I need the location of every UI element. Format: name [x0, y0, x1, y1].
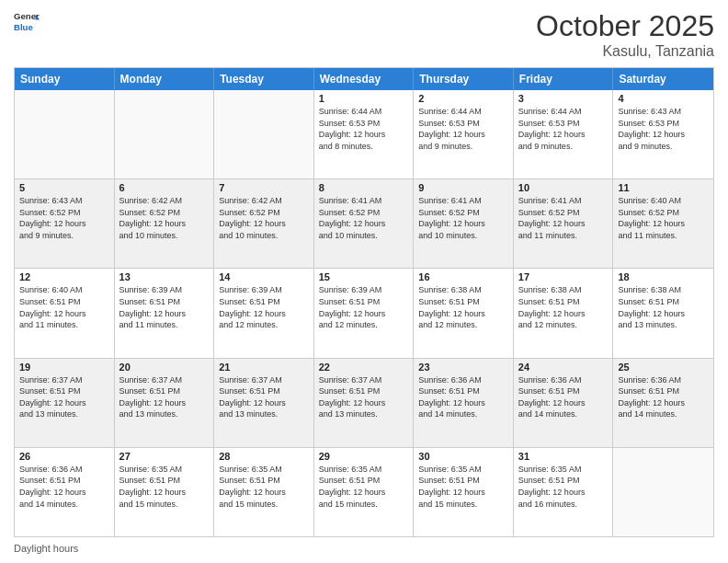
calendar-cell: 17Sunrise: 6:38 AM Sunset: 6:51 PM Dayli… — [514, 269, 614, 357]
calendar-cell: 18Sunrise: 6:38 AM Sunset: 6:51 PM Dayli… — [613, 269, 713, 357]
day-of-week-header: Monday — [115, 68, 215, 90]
calendar-cell: 16Sunrise: 6:38 AM Sunset: 6:51 PM Dayli… — [414, 269, 514, 357]
calendar-cell: 28Sunrise: 6:35 AM Sunset: 6:51 PM Dayli… — [214, 448, 314, 536]
calendar-cell-empty — [613, 448, 713, 536]
calendar-cell: 3Sunrise: 6:44 AM Sunset: 6:53 PM Daylig… — [514, 90, 614, 178]
day-info: Sunrise: 6:38 AM Sunset: 6:51 PM Dayligh… — [518, 284, 609, 330]
calendar-cell: 20Sunrise: 6:37 AM Sunset: 6:51 PM Dayli… — [115, 359, 215, 447]
calendar-cell: 30Sunrise: 6:35 AM Sunset: 6:51 PM Dayli… — [414, 448, 514, 536]
day-info: Sunrise: 6:36 AM Sunset: 6:51 PM Dayligh… — [618, 374, 709, 420]
day-info: Sunrise: 6:36 AM Sunset: 6:51 PM Dayligh… — [19, 464, 109, 510]
day-info: Sunrise: 6:37 AM Sunset: 6:51 PM Dayligh… — [119, 374, 210, 420]
logo: GeneralBlue — [14, 9, 40, 35]
day-info: Sunrise: 6:39 AM Sunset: 6:51 PM Dayligh… — [319, 284, 409, 330]
calendar-cell-empty — [15, 90, 115, 178]
day-number: 14 — [219, 271, 309, 282]
day-info: Sunrise: 6:38 AM Sunset: 6:51 PM Dayligh… — [418, 284, 508, 330]
calendar-cell: 22Sunrise: 6:37 AM Sunset: 6:51 PM Dayli… — [314, 359, 415, 447]
day-number: 15 — [319, 271, 409, 282]
day-info: Sunrise: 6:44 AM Sunset: 6:53 PM Dayligh… — [418, 106, 508, 152]
day-number: 18 — [618, 271, 709, 282]
day-number: 17 — [518, 271, 609, 282]
day-info: Sunrise: 6:37 AM Sunset: 6:51 PM Dayligh… — [219, 374, 309, 420]
day-info: Sunrise: 6:39 AM Sunset: 6:51 PM Dayligh… — [119, 284, 210, 330]
calendar-week-row: 1Sunrise: 6:44 AM Sunset: 6:53 PM Daylig… — [15, 90, 713, 178]
calendar: SundayMondayTuesdayWednesdayThursdayFrid… — [14, 67, 714, 537]
header: GeneralBlue October 2025 Kasulu, Tanzani… — [14, 9, 714, 60]
calendar-cell: 14Sunrise: 6:39 AM Sunset: 6:51 PM Dayli… — [214, 269, 314, 357]
day-number: 13 — [119, 271, 210, 282]
day-number: 3 — [518, 93, 609, 104]
day-info: Sunrise: 6:37 AM Sunset: 6:51 PM Dayligh… — [319, 374, 409, 420]
day-number: 25 — [618, 362, 709, 373]
day-number: 21 — [219, 362, 309, 373]
calendar-cell: 12Sunrise: 6:40 AM Sunset: 6:51 PM Dayli… — [15, 269, 115, 357]
day-number: 24 — [518, 362, 609, 373]
day-number: 26 — [19, 451, 109, 462]
day-info: Sunrise: 6:42 AM Sunset: 6:52 PM Dayligh… — [219, 195, 309, 241]
calendar-cell: 25Sunrise: 6:36 AM Sunset: 6:51 PM Dayli… — [613, 359, 713, 447]
day-info: Sunrise: 6:36 AM Sunset: 6:51 PM Dayligh… — [418, 374, 508, 420]
day-number: 4 — [618, 93, 709, 104]
day-info: Sunrise: 6:43 AM Sunset: 6:52 PM Dayligh… — [19, 195, 109, 241]
calendar-cell: 8Sunrise: 6:41 AM Sunset: 6:52 PM Daylig… — [314, 179, 415, 268]
day-of-week-header: Tuesday — [214, 68, 314, 90]
day-of-week-header: Wednesday — [314, 68, 415, 90]
calendar-header: SundayMondayTuesdayWednesdayThursdayFrid… — [15, 68, 713, 90]
day-info: Sunrise: 6:40 AM Sunset: 6:52 PM Dayligh… — [618, 195, 709, 241]
day-number: 9 — [418, 182, 508, 193]
calendar-cell: 7Sunrise: 6:42 AM Sunset: 6:52 PM Daylig… — [214, 179, 314, 268]
day-number: 30 — [418, 451, 508, 462]
day-number: 28 — [219, 451, 309, 462]
calendar-body: 1Sunrise: 6:44 AM Sunset: 6:53 PM Daylig… — [15, 90, 713, 536]
day-number: 11 — [618, 182, 709, 193]
svg-text:Blue: Blue — [14, 22, 33, 32]
calendar-cell-empty — [115, 90, 215, 178]
calendar-cell: 15Sunrise: 6:39 AM Sunset: 6:51 PM Dayli… — [314, 269, 415, 357]
generalblue-logo-icon: GeneralBlue — [14, 9, 40, 35]
day-info: Sunrise: 6:35 AM Sunset: 6:51 PM Dayligh… — [219, 464, 309, 510]
calendar-cell: 5Sunrise: 6:43 AM Sunset: 6:52 PM Daylig… — [15, 179, 115, 268]
day-number: 12 — [19, 271, 109, 282]
day-number: 10 — [518, 182, 609, 193]
day-number: 16 — [418, 271, 508, 282]
calendar-cell: 2Sunrise: 6:44 AM Sunset: 6:53 PM Daylig… — [414, 90, 514, 178]
day-number: 27 — [119, 451, 210, 462]
day-number: 29 — [319, 451, 409, 462]
calendar-cell: 4Sunrise: 6:43 AM Sunset: 6:53 PM Daylig… — [613, 90, 713, 178]
calendar-cell: 21Sunrise: 6:37 AM Sunset: 6:51 PM Dayli… — [214, 359, 314, 447]
day-number: 1 — [319, 93, 409, 104]
day-info: Sunrise: 6:37 AM Sunset: 6:51 PM Dayligh… — [19, 374, 109, 420]
day-info: Sunrise: 6:38 AM Sunset: 6:51 PM Dayligh… — [618, 284, 709, 330]
day-info: Sunrise: 6:42 AM Sunset: 6:52 PM Dayligh… — [119, 195, 210, 241]
calendar-cell: 1Sunrise: 6:44 AM Sunset: 6:53 PM Daylig… — [314, 90, 415, 178]
day-of-week-header: Sunday — [15, 68, 115, 90]
calendar-cell: 11Sunrise: 6:40 AM Sunset: 6:52 PM Dayli… — [613, 179, 713, 268]
day-info: Sunrise: 6:36 AM Sunset: 6:51 PM Dayligh… — [518, 374, 609, 420]
calendar-cell-empty — [214, 90, 314, 178]
calendar-cell: 29Sunrise: 6:35 AM Sunset: 6:51 PM Dayli… — [314, 448, 415, 536]
day-info: Sunrise: 6:41 AM Sunset: 6:52 PM Dayligh… — [518, 195, 609, 241]
calendar-cell: 6Sunrise: 6:42 AM Sunset: 6:52 PM Daylig… — [115, 179, 215, 268]
day-number: 19 — [19, 362, 109, 373]
calendar-cell: 31Sunrise: 6:35 AM Sunset: 6:51 PM Dayli… — [514, 448, 614, 536]
calendar-cell: 10Sunrise: 6:41 AM Sunset: 6:52 PM Dayli… — [514, 179, 614, 268]
day-of-week-header: Saturday — [613, 68, 713, 90]
calendar-cell: 27Sunrise: 6:35 AM Sunset: 6:51 PM Dayli… — [115, 448, 215, 536]
calendar-cell: 23Sunrise: 6:36 AM Sunset: 6:51 PM Dayli… — [414, 359, 514, 447]
day-info: Sunrise: 6:41 AM Sunset: 6:52 PM Dayligh… — [418, 195, 508, 241]
footer-label: Daylight hours — [14, 543, 78, 554]
day-number: 23 — [418, 362, 508, 373]
month-title: October 2025 — [536, 9, 714, 43]
day-of-week-header: Friday — [514, 68, 614, 90]
calendar-week-row: 5Sunrise: 6:43 AM Sunset: 6:52 PM Daylig… — [15, 178, 713, 268]
day-number: 7 — [219, 182, 309, 193]
calendar-cell: 24Sunrise: 6:36 AM Sunset: 6:51 PM Dayli… — [514, 359, 614, 447]
day-number: 2 — [418, 93, 508, 104]
day-number: 20 — [119, 362, 210, 373]
page: GeneralBlue October 2025 Kasulu, Tanzani… — [0, 0, 728, 563]
calendar-cell: 19Sunrise: 6:37 AM Sunset: 6:51 PM Dayli… — [15, 359, 115, 447]
day-number: 5 — [19, 182, 109, 193]
day-info: Sunrise: 6:35 AM Sunset: 6:51 PM Dayligh… — [518, 464, 609, 510]
calendar-week-row: 19Sunrise: 6:37 AM Sunset: 6:51 PM Dayli… — [15, 358, 713, 447]
